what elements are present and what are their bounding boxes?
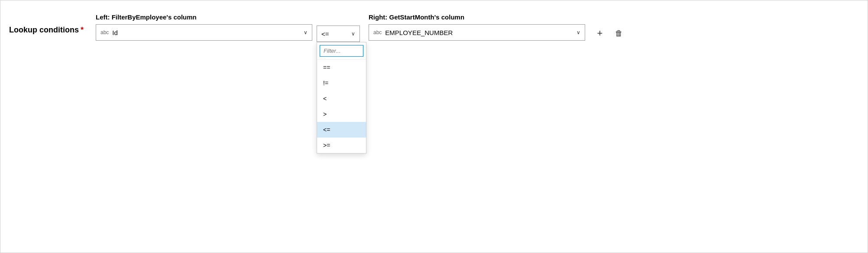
- filter-input-container: [317, 42, 366, 60]
- left-field-value: Id: [112, 29, 304, 36]
- columns-area: Left: FilterByEmployee's column abc Id ∨…: [96, 13, 859, 42]
- trash-icon: 🗑: [615, 29, 623, 38]
- left-column-header: Left: FilterByEmployee's column: [96, 13, 312, 21]
- operator-option-lt[interactable]: <: [317, 91, 366, 106]
- lookup-label: Lookup conditions *: [9, 26, 96, 35]
- operator-option-eq[interactable]: ==: [317, 60, 366, 75]
- operator-option-lte[interactable]: <=: [317, 122, 366, 138]
- lookup-label-text: Lookup conditions: [9, 26, 79, 35]
- left-column: Left: FilterByEmployee's column abc Id ∨: [96, 13, 312, 41]
- right-field-type: abc: [373, 29, 382, 35]
- left-column-dropdown[interactable]: abc Id ∨: [96, 24, 312, 41]
- operator-popup: == != < > <= >=: [317, 42, 366, 154]
- add-condition-button[interactable]: +: [592, 26, 608, 41]
- right-column-dropdown[interactable]: abc EMPLOYEE_NUMBER ∨: [369, 24, 585, 41]
- right-column: Right: GetStartMonth's column abc EMPLOY…: [369, 13, 585, 41]
- operator-area: <= ∨ == != < > <= >=: [317, 13, 360, 42]
- action-buttons: + 🗑: [592, 26, 627, 41]
- operator-chevron-icon: ∨: [351, 31, 355, 37]
- lookup-conditions-panel: Lookup conditions * Left: FilterByEmploy…: [0, 0, 868, 253]
- operator-option-gt[interactable]: >: [317, 106, 366, 122]
- operator-filter-input[interactable]: [320, 45, 363, 57]
- left-chevron-icon: ∨: [304, 29, 308, 35]
- required-indicator: *: [81, 26, 84, 35]
- operator-dropdown[interactable]: <= ∨: [317, 26, 360, 42]
- operator-option-gte[interactable]: >=: [317, 138, 366, 153]
- operator-current-value: <=: [321, 30, 349, 38]
- right-field-value: EMPLOYEE_NUMBER: [385, 29, 577, 36]
- right-chevron-icon: ∨: [577, 29, 580, 35]
- right-column-header: Right: GetStartMonth's column: [369, 13, 585, 21]
- delete-condition-button[interactable]: 🗑: [611, 26, 627, 41]
- operator-option-neq[interactable]: !=: [317, 75, 366, 91]
- left-field-type: abc: [100, 29, 109, 35]
